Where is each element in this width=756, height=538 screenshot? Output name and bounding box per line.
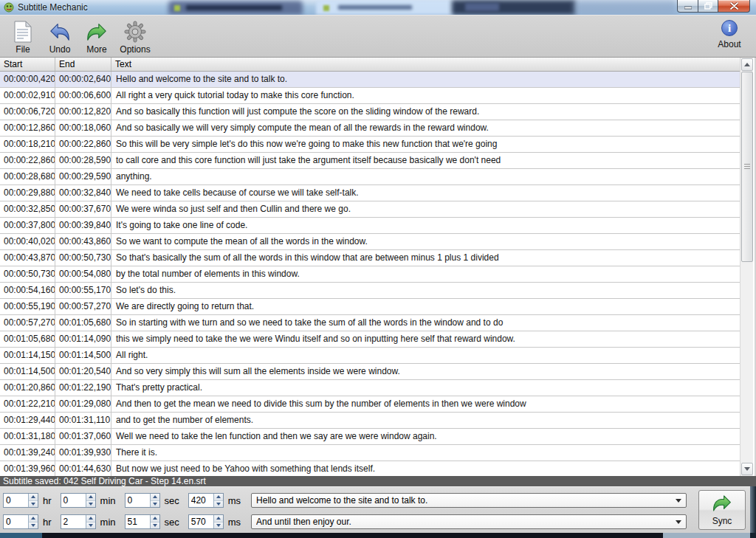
ms-spinner-1[interactable] <box>188 493 224 508</box>
spin-down-icon <box>153 524 157 527</box>
more-button[interactable]: More <box>78 15 115 57</box>
vertical-scrollbar[interactable] <box>740 58 753 476</box>
spinner-buttons[interactable] <box>213 515 223 528</box>
cell-text: And so basically we will very simply com… <box>111 120 740 136</box>
column-header-start[interactable]: Start <box>0 58 55 71</box>
minutes-spinner-1[interactable] <box>61 493 96 508</box>
spinner-buttons[interactable] <box>86 494 95 507</box>
cell-end: 00:01:22,190 <box>55 380 111 396</box>
table-row[interactable]: 00:01:14,500 00:01:20,540 And so very si… <box>0 364 740 380</box>
cell-end: 00:01:05,680 <box>55 315 111 331</box>
table-row[interactable]: 00:00:32,850 00:00:37,670 We were winda … <box>0 201 740 218</box>
hours-spinner-2[interactable] <box>3 514 38 529</box>
redo-icon <box>85 20 109 44</box>
seconds-input-2[interactable] <box>126 515 150 528</box>
minimize-button[interactable] <box>677 0 698 13</box>
table-row[interactable]: 00:01:39,960 00:01:44,630 But now we jus… <box>0 461 740 476</box>
background-tab-blur <box>168 1 303 15</box>
spinner-buttons[interactable] <box>213 494 223 507</box>
spin-up-icon <box>153 495 157 498</box>
cell-text: Well we need to take the len function an… <box>111 429 740 444</box>
spinner-buttons[interactable] <box>150 494 159 507</box>
hours-input-2[interactable] <box>4 515 28 528</box>
background-tab-text-blur <box>338 5 412 10</box>
hours-spinner-1[interactable] <box>3 493 38 508</box>
cell-text: But now we just need to be Yahoo with so… <box>111 461 740 476</box>
cell-start: 00:00:00,420 <box>0 72 55 87</box>
cell-end: 00:01:20,540 <box>55 364 111 379</box>
subtitle-combobox-1[interactable]: Hello and welcome to the site and to tal… <box>251 493 687 508</box>
spinner-buttons[interactable] <box>150 515 159 528</box>
hr-label: hr <box>43 495 52 506</box>
table-row[interactable]: 00:01:20,860 00:01:22,190 That's pretty … <box>0 380 740 396</box>
minutes-input-2[interactable] <box>61 515 86 528</box>
sync-button[interactable]: Sync <box>698 490 746 530</box>
cell-text: And so very simply this will sum all the… <box>111 364 740 379</box>
spin-down-icon <box>31 524 35 527</box>
table-row[interactable]: 00:00:40,020 00:00:43,860 So we want to … <box>0 234 740 250</box>
table-row[interactable]: 00:01:39,240 00:01:39,930 There it is. <box>0 445 740 461</box>
sync-row-1: hr min sec ms Hello and welcome to the s… <box>3 493 687 508</box>
table-row[interactable]: 00:01:31,180 00:01:37,060 Well we need t… <box>0 429 740 445</box>
ms-input-2[interactable] <box>189 515 213 528</box>
cell-end: 00:00:32,840 <box>55 185 111 201</box>
combobox-value: Hello and welcome to the site and to tal… <box>256 495 671 506</box>
spinner-buttons[interactable] <box>28 494 38 507</box>
table-row[interactable]: 00:00:57,270 00:01:05,680 So in starting… <box>0 315 740 331</box>
column-header-text[interactable]: Text <box>111 58 740 71</box>
scroll-down-button[interactable] <box>741 463 753 475</box>
file-button-label: File <box>16 44 30 55</box>
restore-button[interactable] <box>698 0 718 13</box>
table-row[interactable]: 00:01:29,440 00:01:31,110 and to get the… <box>0 413 740 429</box>
table-row[interactable]: 00:01:14,150 00:01:14,500 All right. <box>0 348 740 364</box>
table-row[interactable]: 00:00:54,160 00:00:55,170 So let's do th… <box>0 283 740 299</box>
table-row[interactable]: 00:00:12,860 00:00:18,060 And so basical… <box>0 120 740 137</box>
spin-down-icon <box>89 524 93 527</box>
cell-text: All right a very quick tutorial today to… <box>111 88 740 103</box>
cell-start: 00:00:54,160 <box>0 283 55 298</box>
table-row[interactable]: 00:00:43,870 00:00:50,730 So that's basi… <box>0 250 740 266</box>
table-row[interactable]: 00:01:22,210 00:01:29,080 And then to ge… <box>0 396 740 413</box>
minutes-spinner-2[interactable] <box>61 514 96 529</box>
table-row[interactable]: 00:00:29,880 00:00:32,840 We need to tak… <box>0 185 740 201</box>
about-button[interactable]: i About <box>709 15 750 56</box>
cell-end: 00:00:39,840 <box>55 218 111 233</box>
minutes-input-1[interactable] <box>61 494 86 507</box>
window-controls <box>677 0 750 13</box>
cell-end: 00:01:31,110 <box>55 413 111 428</box>
seconds-spinner-2[interactable] <box>125 514 160 529</box>
table-row[interactable]: 00:00:28,680 00:00:29,590 anything. <box>0 169 740 185</box>
table-row[interactable]: 00:00:37,800 00:00:39,840 It's going to … <box>0 218 740 234</box>
table-row[interactable]: 00:00:06,720 00:00:12,820 And so basical… <box>0 104 740 120</box>
cell-start: 00:00:43,870 <box>0 250 55 266</box>
seconds-spinner-1[interactable] <box>125 493 160 508</box>
table-row[interactable]: 00:00:50,730 00:00:54,080 by the total n… <box>0 266 740 283</box>
hours-input-1[interactable] <box>4 494 28 507</box>
table-row[interactable]: 00:00:02,910 00:00:06,600 All right a ve… <box>0 88 740 104</box>
spinner-buttons[interactable] <box>86 515 95 528</box>
table-body: 00:00:00,420 00:00:02,640 Hello and welc… <box>0 72 740 476</box>
scroll-up-button[interactable] <box>741 58 753 71</box>
table-row[interactable]: 00:00:00,420 00:00:02,640 Hello and welc… <box>0 72 740 88</box>
ms-input-1[interactable] <box>189 494 213 507</box>
min-label: min <box>100 517 116 528</box>
table-row[interactable]: 00:01:05,680 00:01:14,090 this we simply… <box>0 331 740 348</box>
cell-text: to call core and this core function will… <box>111 153 740 168</box>
seconds-input-1[interactable] <box>126 494 150 507</box>
taskbar-strip <box>0 533 756 538</box>
info-icon: i <box>721 20 738 36</box>
ms-spinner-2[interactable] <box>188 514 224 529</box>
close-button[interactable] <box>718 0 750 13</box>
column-header-end[interactable]: End <box>55 58 111 71</box>
file-button[interactable]: File <box>4 15 41 57</box>
table-row[interactable]: 00:00:18,210 00:00:22,860 So this will b… <box>0 137 740 153</box>
table-row[interactable]: 00:00:22,860 00:00:28,590 to call core a… <box>0 153 740 169</box>
options-button[interactable]: Options <box>115 15 155 57</box>
gear-icon <box>123 20 147 44</box>
undo-button[interactable]: Undo <box>41 15 78 57</box>
spinner-buttons[interactable] <box>28 515 38 528</box>
cell-start: 00:01:39,960 <box>0 461 55 476</box>
subtitle-combobox-2[interactable]: And until then enjoy our. <box>251 514 687 529</box>
table-row[interactable]: 00:00:55,190 00:00:57,270 We are directl… <box>0 299 740 315</box>
scrollbar-thumb[interactable] <box>741 72 753 262</box>
